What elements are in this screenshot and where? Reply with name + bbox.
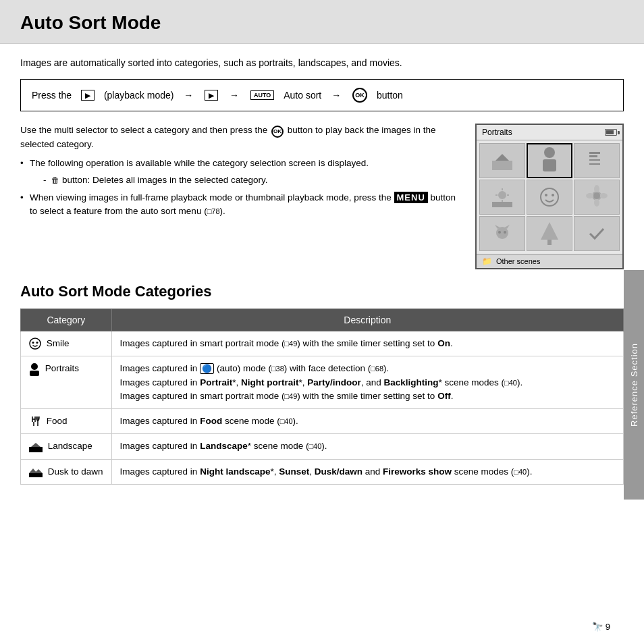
playback-button-icon2: ▶	[205, 90, 218, 101]
reference-section-sidebar: Reference Section	[624, 270, 644, 500]
smile-cell-svg	[539, 186, 560, 208]
screen-cell-7	[479, 216, 525, 251]
screen-cell-1	[479, 143, 525, 178]
auto-sort-text: Auto sort	[284, 90, 321, 101]
landscape-bold: Landscape	[200, 441, 248, 451]
description-text-col: Use the multi selector to select a categ…	[20, 124, 462, 269]
screen-cell-6	[574, 180, 620, 215]
intro-text: Images are automatically sorted into cat…	[20, 57, 624, 68]
svg-point-19	[594, 198, 599, 207]
svg-point-22	[593, 192, 600, 199]
bullet-item-2: When viewing images in full-frame playba…	[20, 191, 462, 219]
arrow2: →	[230, 90, 239, 101]
svg-rect-40	[29, 447, 43, 452]
svg-point-2	[544, 147, 555, 158]
desc-dusk: Images captured in Night landscape*, Sun…	[111, 459, 623, 484]
ref-49: □49	[284, 340, 297, 348]
backlighting-bold: Backlighting	[383, 377, 438, 387]
svg-point-30	[30, 338, 41, 349]
svg-rect-34	[30, 371, 39, 376]
desc-smile: Images captured in smart portrait mode (…	[111, 331, 623, 356]
party-indoor-bold: Party/indoor	[307, 377, 361, 387]
svg-point-31	[32, 342, 34, 344]
on-bold: On	[437, 338, 450, 348]
svg-rect-0	[492, 161, 512, 170]
desc-portraits: Images captured in 🔵 (auto) mode (□38) w…	[111, 356, 623, 409]
screen-cell-5	[527, 180, 572, 215]
auto-sort-icon: AUTO	[250, 90, 274, 100]
section-heading: Auto Sort Mode Categories	[20, 283, 624, 300]
table-row-landscape: Landscape Images captured in Landscape* …	[21, 434, 624, 459]
ok-button-icon: OK	[352, 88, 367, 103]
svg-rect-5	[589, 155, 597, 157]
table-header-description: Description	[111, 309, 623, 331]
bullet-list: The following operation is available whi…	[20, 157, 462, 218]
playback-mode-text: (playback mode)	[104, 90, 174, 101]
page-number-area: 🔭 9	[592, 622, 610, 632]
sub-bullet-1: 🗑 button: Deletes all images in the sele…	[30, 173, 462, 187]
ok-icon-inline: OK	[271, 126, 284, 138]
svg-point-20	[586, 193, 594, 198]
playback-button-icon: ▶	[81, 90, 95, 101]
portrait-cell-svg	[540, 146, 559, 176]
press-instruction-box: Press the ▶ (playback mode) → ▶ → AUTO A…	[20, 79, 624, 111]
ref-40a: □40	[504, 379, 517, 387]
table-row-dusk: Dusk to dawn Images captured in Night la…	[21, 459, 624, 484]
camera-screenshot: Portraits	[475, 124, 624, 269]
ref-49b: □49	[284, 392, 297, 400]
screen-cell-8	[527, 216, 572, 251]
svg-marker-28	[541, 222, 558, 240]
cat-food: Food	[21, 409, 112, 434]
ref-38: □38	[271, 365, 284, 373]
desc-landscape: Images captured in Landscape* scene mode…	[111, 434, 623, 459]
tree-cell-svg	[539, 221, 560, 246]
table-row-food: Food Images captured in Food scene mode …	[21, 409, 624, 434]
screen-footer-text: Other scenes	[496, 257, 540, 265]
page-title: Auto Sort Mode	[20, 12, 624, 34]
landscape-cell-svg	[492, 151, 512, 170]
camera-screen-display: Portraits	[475, 124, 624, 269]
button-text: button	[377, 90, 403, 101]
use-selector-text: Use the multi selector to select a categ…	[20, 124, 462, 151]
dusk-icon	[29, 466, 43, 477]
svg-point-33	[31, 363, 38, 370]
svg-rect-42	[29, 473, 43, 477]
table-header-category: Category	[21, 309, 112, 331]
press-text: Press the	[32, 90, 72, 101]
food-icon	[29, 415, 41, 427]
cat-portraits-label: Portraits	[45, 363, 79, 373]
auto-mode-icon-inline: 🔵	[200, 363, 214, 374]
two-col-section: Use the multi selector to select a categ…	[20, 124, 624, 269]
svg-marker-44	[34, 469, 43, 473]
svg-marker-41	[31, 443, 41, 447]
ref-68: □68	[371, 365, 383, 373]
svg-point-16	[552, 194, 554, 196]
notes-cell-svg	[587, 151, 607, 171]
svg-point-8	[498, 191, 506, 199]
night-landscape-bold: Night landscape	[200, 466, 270, 477]
svg-rect-3	[543, 159, 556, 171]
table-row-portraits: Portraits Images captured in 🔵 (auto) mo…	[21, 356, 624, 409]
screen-grid	[477, 140, 622, 254]
svg-rect-4	[589, 152, 600, 154]
cat-smile: Smile	[21, 331, 112, 356]
check-cell-svg	[587, 224, 606, 243]
folder-icon: 📁	[482, 257, 492, 266]
screen-cell-3	[574, 143, 620, 178]
cat-landscape-label: Landscape	[48, 441, 92, 451]
cat-smile-label: Smile	[47, 338, 70, 348]
svg-point-21	[599, 193, 608, 198]
arrow3: →	[331, 90, 341, 101]
dusk-dawn-bold: Dusk/dawn	[315, 466, 363, 477]
svg-point-23	[496, 227, 508, 239]
cat-landscape: Landscape	[21, 434, 112, 459]
svg-marker-1	[495, 154, 509, 161]
svg-point-18	[594, 185, 599, 193]
flower-cell-svg	[585, 184, 608, 210]
screen-title: Portraits	[482, 128, 512, 137]
svg-point-15	[545, 194, 547, 196]
food-bold: Food	[200, 416, 222, 426]
sunset-bold: Sunset	[279, 466, 309, 477]
battery-fill	[606, 130, 614, 134]
categories-table: Category Description Smile Images captur	[20, 308, 624, 485]
